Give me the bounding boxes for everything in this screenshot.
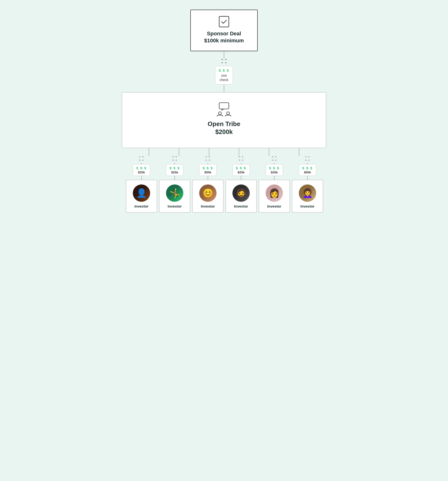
document-check-icon [217,16,231,27]
investor-column-4: ⌃⌃ ⌃⌃ $ $ $ $25k 🧔 Investor [225,156,257,213]
one-check-money-signs: $ $ $ [219,68,229,72]
money-signs-2: $ $ $ [169,166,180,170]
up-arrows-inv1: ⌃⌃ ⌃⌃ [138,156,144,163]
connector-line-2 [224,84,224,92]
money-signs-6: $ $ $ [302,166,312,170]
v-line-col5 [269,148,269,156]
amount-badge-3: $ $ $ $50k [199,164,217,176]
avatar-3: 😊 [199,184,217,202]
investor-box-4: 🧔 Investor [225,180,257,213]
investor-row: ⌃⌃ ⌃⌃ $ $ $ $25k 👤 Investor ⌃⌃ ⌃⌃ [122,156,326,213]
investor-label-2: Investor [168,204,182,208]
svg-point-3 [219,112,221,115]
amount-badge-2: $ $ $ $25k [166,164,183,176]
amount-badge-4: $ $ $ $25k [232,164,250,176]
sponsor-title: Sponsor Deal $100k minimum [204,30,244,44]
investor-column-3: ⌃⌃ ⌃⌃ $ $ $ $50k 😊 Investor [192,156,224,213]
amount-badge-6: $ $ $ $50k [299,164,316,176]
investor-label-1: Investor [135,204,148,208]
investor-label-3: Investor [201,204,215,208]
svg-rect-0 [219,16,229,27]
amount-text-3: $50k [205,171,212,174]
svg-rect-1 [219,103,229,109]
avatar-4: 🧔 [232,184,250,202]
avatar-2: 🤸 [166,184,183,202]
up-arrows-inv6: ⌃⌃ ⌃⌃ [304,156,311,163]
money-signs-5: $ $ $ [269,166,279,170]
amount-badge-5: $ $ $ $25k [266,164,283,176]
v-line-col4 [239,148,239,156]
svg-marker-2 [221,109,224,111]
tribe-title: Open Tribe $200k [208,120,240,136]
investor-box-3: 😊 Investor [192,180,224,213]
v-line-col3 [209,148,209,156]
investor-box-1: 👤 Investor [126,180,157,213]
money-signs-1: $ $ $ [136,166,146,170]
money-signs-3: $ $ $ [203,166,213,170]
avatar-1: 👤 [133,184,150,202]
v-line-col2 [179,148,179,156]
investor-column-5: ⌃⌃ ⌃⌃ $ $ $ $25k 👩 Investor [259,156,290,213]
avatar-5: 👩 [266,184,283,202]
investor-box-2: 🤸 Investor [159,180,190,213]
investor-label-4: Investor [234,204,248,208]
up-arrows-inv2: ⌃⌃ ⌃⌃ [172,156,178,163]
amount-text-6: $50k [304,171,311,174]
investor-label-6: Investor [301,204,314,208]
investor-column-6: ⌃⌃ ⌃⌃ $ $ $ $50k 👩‍🦱 Investor [292,156,323,213]
sponsor-deal-box: Sponsor Deal $100k minimum [190,10,258,51]
investor-box-5: 👩 Investor [259,180,290,213]
diagram-container: Sponsor Deal $100k minimum ⌃⌃ ⌃⌃ $ $ $ o… [104,10,344,213]
v-line-col6 [299,148,299,156]
avatar-6: 👩‍🦱 [299,184,316,202]
connector-line-1 [224,51,224,59]
investor-column-1: ⌃⌃ ⌃⌃ $ $ $ $25k 👤 Investor [126,156,157,213]
tribe-box: Open Tribe $200k [122,92,326,148]
investor-column-2: ⌃⌃ ⌃⌃ $ $ $ $25k 🤸 Investor [159,156,190,213]
one-check-badge: $ $ $ one check [215,66,233,84]
one-check-label: one check [220,73,228,82]
amount-text-4: $25k [238,171,245,174]
investors-section: ⌃⌃ ⌃⌃ $ $ $ $25k 👤 Investor ⌃⌃ ⌃⌃ [122,148,326,213]
money-signs-4: $ $ $ [236,166,246,170]
up-arrows-inv5: ⌃⌃ ⌃⌃ [271,156,277,163]
group-chat-icon [216,102,232,117]
amount-text-5: $25k [271,171,278,174]
v-line-col1 [149,148,149,156]
up-arrows-top: ⌃⌃ ⌃⌃ [220,59,228,66]
amount-text-2: $25k [171,171,178,174]
investor-box-6: 👩‍🦱 Investor [292,180,323,213]
up-arrows-inv3: ⌃⌃ ⌃⌃ [205,156,211,163]
amount-text-1: $25k [138,171,145,174]
investor-label-5: Investor [267,204,281,208]
up-arrows-inv4: ⌃⌃ ⌃⌃ [238,156,244,163]
amount-badge-1: $ $ $ $25k [133,164,150,176]
svg-point-4 [227,112,229,115]
